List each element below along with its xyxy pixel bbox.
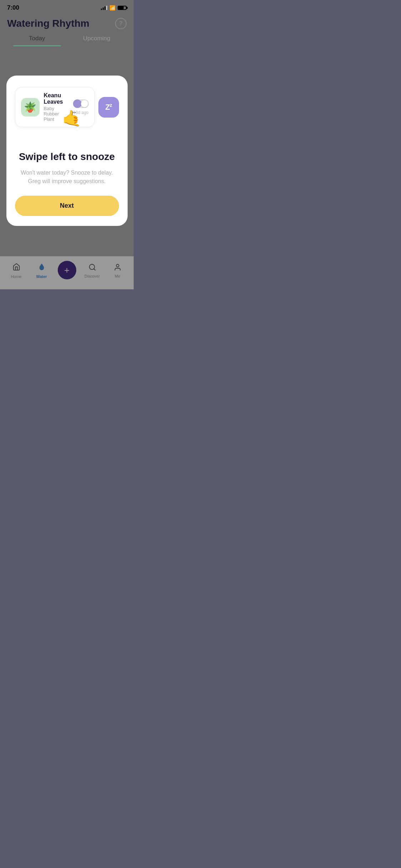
tabs-container: Today Upcoming bbox=[0, 29, 134, 46]
page-title: Watering Rhythm bbox=[7, 18, 89, 29]
snooze-button[interactable]: Zz bbox=[98, 97, 119, 118]
plant-name: Keanu Leaves bbox=[44, 92, 66, 105]
tab-upcoming[interactable]: Upcoming bbox=[67, 35, 127, 46]
status-time: 7:00 bbox=[7, 4, 19, 11]
battery-icon bbox=[118, 6, 127, 10]
tab-today[interactable]: Today bbox=[7, 35, 67, 46]
plant-avatar: 🪴 bbox=[21, 98, 40, 117]
help-button[interactable]: ? bbox=[115, 18, 127, 29]
tutorial-modal: 🪴 Keanu Leaves Baby Rubber Plant 10d ago… bbox=[6, 76, 128, 226]
status-icons: 📶 bbox=[101, 5, 127, 11]
plant-card: 🪴 Keanu Leaves Baby Rubber Plant 10d ago bbox=[15, 87, 95, 127]
signal-icon bbox=[101, 6, 107, 10]
modal-title: Swipe left to snooze bbox=[19, 151, 115, 163]
hand-pointer-icon: 🤙 bbox=[62, 109, 82, 128]
snooze-icon: Zz bbox=[105, 102, 112, 112]
next-button[interactable]: Next bbox=[15, 196, 119, 216]
status-bar: 7:00 📶 bbox=[0, 0, 134, 14]
app-header: Watering Rhythm ? bbox=[0, 14, 134, 29]
wifi-icon: 📶 bbox=[109, 5, 115, 11]
toggle-switch[interactable] bbox=[73, 99, 89, 108]
modal-subtitle: Won't water today? Snooze to delay.Greg … bbox=[21, 169, 113, 186]
plant-card-wrapper: 🪴 Keanu Leaves Baby Rubber Plant 10d ago… bbox=[15, 87, 119, 127]
